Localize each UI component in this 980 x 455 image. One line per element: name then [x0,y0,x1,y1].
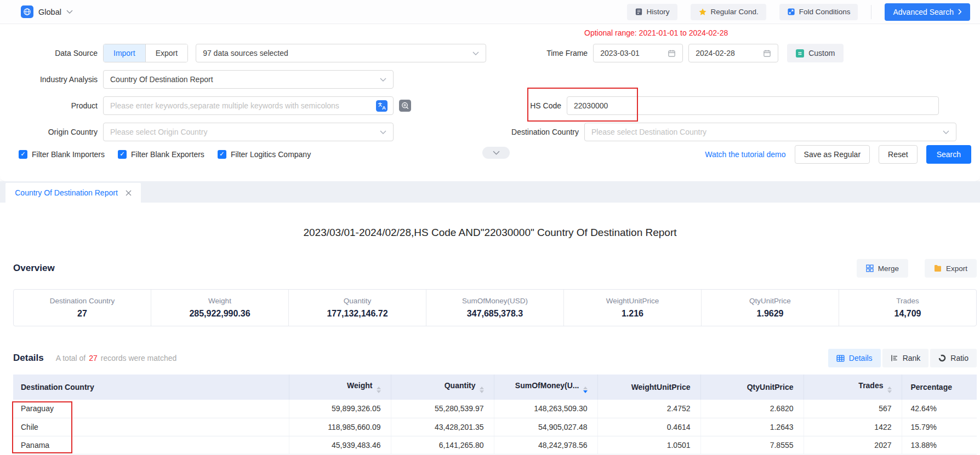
cell-sum: 54,905,027.48 [494,418,597,436]
row-industry: Industry Analysis Country Of Destination… [0,70,980,89]
fold-icon [787,8,795,16]
table-row[interactable]: Chile 118,985,660.09 43,428,201.35 54,90… [13,418,977,436]
product-input[interactable] [110,101,370,110]
view-rank-button[interactable]: Rank [882,349,929,367]
checkbox-logistics-label: Filter Logitics Company [231,150,311,159]
cell-weight-unit-price: 2.4752 [597,400,700,418]
export-toggle[interactable]: Export [145,44,187,62]
column-header-weight[interactable]: Weight [289,375,391,400]
table-row[interactable]: Panama 45,939,483.46 6,141,265.80 48,242… [13,436,977,454]
checkbox-exporters-label: Filter Blank Exporters [131,150,204,159]
checkbox-filter-logistics-company[interactable]: ✓ Filter Logitics Company [218,150,311,159]
view-details-button[interactable]: Details [828,349,881,367]
cell-country: Panama [13,436,289,454]
fold-conditions-button[interactable]: Fold Conditions [779,4,858,20]
sort-icons[interactable] [377,387,381,393]
view-ratio-button[interactable]: Ratio [930,349,977,367]
row-data-source: Data Source Import Export 97 data source… [0,44,980,62]
custom-icon [796,49,804,57]
cell-trades: 567 [804,400,902,418]
collapse-conditions-button[interactable] [482,147,510,159]
checkbox-checked-icon: ✓ [118,150,127,159]
data-source-label: Data Source [0,49,98,57]
history-button[interactable]: History [627,4,677,20]
stat-value: 1.9629 [757,309,784,319]
history-label: History [647,8,670,16]
column-header-trades[interactable]: Trades [804,375,902,400]
region-selector[interactable]: Global [21,5,73,18]
hs-code-field[interactable] [567,96,939,115]
advanced-search-label: Advanced Search [893,8,954,16]
table-header-row: Destination Country Weight Quantity SumO… [13,375,977,400]
table-view-icon [836,354,845,362]
svg-text:A: A [382,105,386,111]
cell-trades: 2027 [804,436,902,454]
regular-cond-button[interactable]: Regular Cond. [691,4,766,20]
import-toggle[interactable]: Import [104,44,145,62]
column-header-sum-of-money[interactable]: SumOfMoney(U... [494,375,597,400]
stat-weight-unit-price: WeightUnitPrice 1.216 [563,290,701,326]
stat-label: SumOfMoney(USD) [462,297,528,305]
save-as-regular-button[interactable]: Save as Regular [795,145,870,164]
cell-quantity: 43,428,201.35 [391,418,494,436]
date-end-field[interactable] [688,44,778,62]
stat-value: 1.216 [622,309,643,319]
cell-trades: 1422 [804,418,902,436]
table-row[interactable]: Paraguay 59,899,326.05 55,280,539.97 148… [13,400,977,418]
cell-sum: 148,263,509.30 [494,400,597,418]
details-heading: Details [13,353,44,364]
product-field[interactable]: A [103,96,394,115]
tutorial-link[interactable]: Watch the tutorial demo [705,150,785,159]
origin-placeholder: Please select Origin Country [110,128,207,136]
origin-country-select[interactable]: Please select Origin Country [103,123,394,141]
column-header-percentage: Percentage [902,375,977,400]
close-icon[interactable] [126,190,132,196]
form-actions: Watch the tutorial demo Save as Regular … [705,145,980,164]
column-header-quantity[interactable]: Quantity [391,375,494,400]
date-start-field[interactable] [593,44,683,62]
cell-country: Chile [13,418,289,436]
destination-country-select[interactable]: Please select Destination Country [584,123,956,141]
sort-icons[interactable] [480,387,484,393]
date-start-input[interactable] [600,49,660,57]
cell-qty-unit-price: 2.6820 [700,400,804,418]
custom-range-button[interactable]: Custom [787,44,844,62]
date-end-input[interactable] [696,49,756,57]
stat-value: 27 [77,309,87,319]
reset-button[interactable]: Reset [879,145,918,164]
filter-panel: Optional range: 2021-01-01 to 2024-02-28… [0,24,980,181]
data-sources-select[interactable]: 97 data sources selected [196,44,486,62]
custom-label: Custom [808,49,835,57]
industry-select[interactable]: Country Of Destination Report [103,70,394,89]
calendar-icon [668,49,676,57]
stat-quantity: Quantity 177,132,146.72 [288,290,426,326]
sort-icons[interactable] [887,387,892,393]
sort-icons-active-desc[interactable] [583,387,588,393]
import-export-toggle: Import Export [103,44,188,62]
stat-label: WeightUnitPrice [606,297,659,305]
merge-button[interactable]: Merge [857,259,908,278]
precise-search-icon[interactable] [399,100,411,112]
stat-value: 285,922,990.36 [189,309,250,319]
stat-trades: Trades 14,709 [839,290,976,326]
cell-percentage: 13.88% [902,436,977,454]
chevron-right-icon [958,9,962,15]
chevron-down-icon [380,130,386,134]
globe-icon [21,5,33,18]
calendar-icon [763,49,771,57]
rank-icon [891,354,898,362]
export-button[interactable]: Export [925,259,977,278]
optional-range-text: Optional range: 2021-01-01 to 2024-02-28 [584,28,728,37]
hs-code-input[interactable] [574,101,932,110]
checkbox-filter-blank-exporters[interactable]: ✓ Filter Blank Exporters [118,150,204,159]
chevron-down-icon [380,78,386,82]
search-button[interactable]: Search [926,145,971,164]
advanced-search-button[interactable]: Advanced Search [885,3,970,21]
regular-cond-label: Regular Cond. [711,8,759,16]
ratio-icon [938,354,946,362]
tab-country-of-destination-report[interactable]: Country Of Destination Report [5,183,141,203]
top-bar: Global History Regular Cond. [0,0,980,24]
checkbox-filter-blank-importers[interactable]: ✓ Filter Blank Importers [19,150,105,159]
translate-icon[interactable]: A [376,100,388,112]
data-sources-value: 97 data sources selected [203,49,288,57]
